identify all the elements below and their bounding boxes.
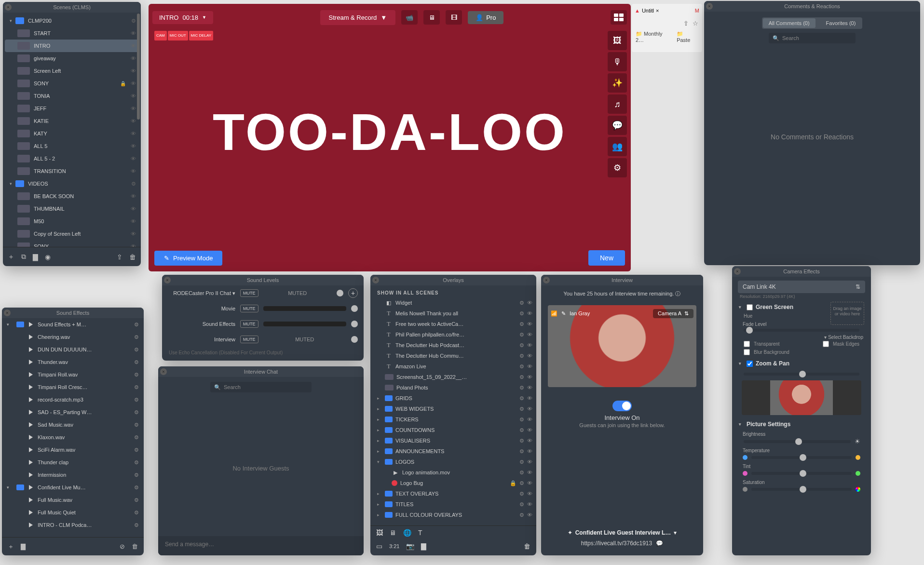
- picture-settings-section[interactable]: ▾ Picture Settings: [732, 417, 871, 430]
- visibility-icon[interactable]: 👁: [131, 118, 136, 124]
- trash-icon[interactable]: 🗑: [129, 253, 136, 261]
- gear-icon[interactable]: ⚙: [131, 181, 136, 187]
- gear-icon[interactable]: ⚙: [134, 510, 139, 516]
- overlay-item[interactable]: TMelis Nowell Thank you all⚙👁: [370, 308, 536, 319]
- visibility-icon[interactable]: 👁: [131, 30, 136, 36]
- camera-icon[interactable]: ◉: [45, 253, 51, 261]
- play-icon[interactable]: [29, 523, 33, 527]
- guest-link-url[interactable]: https://livecall.tv/376dc1913 💬: [541, 540, 703, 547]
- gear-icon[interactable]: ⚙: [134, 384, 139, 390]
- visibility-icon[interactable]: 👁: [131, 168, 136, 174]
- scene-item[interactable]: JEFF👁: [5, 102, 139, 115]
- scene-item[interactable]: M50👁: [5, 215, 139, 228]
- overlay-item[interactable]: ▸VISUALISERS⚙👁: [370, 435, 536, 446]
- visibility-icon[interactable]: 👁: [131, 93, 136, 99]
- globe-icon[interactable]: 🌐: [403, 529, 411, 537]
- sfx-item[interactable]: INTRO - CLM Podca…⚙: [2, 519, 144, 531]
- close-icon[interactable]: ×: [656, 8, 659, 13]
- guests-icon[interactable]: 👥: [608, 137, 627, 156]
- gear-icon[interactable]: ⚙: [519, 353, 524, 359]
- visibility-icon[interactable]: 👁: [131, 206, 136, 212]
- grid-view-icon[interactable]: [611, 10, 627, 25]
- gear-icon[interactable]: ⚙: [519, 395, 524, 402]
- mask-edges-checkbox[interactable]: [823, 341, 829, 347]
- saturation-slider[interactable]: [751, 488, 852, 491]
- overlay-item[interactable]: ▸COUNTDOWNS⚙👁: [370, 425, 536, 435]
- visibility-icon[interactable]: 👁: [527, 448, 532, 455]
- visibility-icon[interactable]: 👁: [527, 300, 532, 306]
- scene-folder[interactable]: ▾CLMP200⚙: [5, 14, 139, 27]
- message-input[interactable]: Send a message…: [158, 536, 364, 555]
- media-icon[interactable]: 🎞: [446, 10, 462, 25]
- overlays-list[interactable]: ◧Widget⚙👁TMelis Nowell Thank you all⚙👁TF…: [370, 297, 536, 520]
- gear-icon[interactable]: ⚙: [519, 448, 524, 455]
- visibility-icon[interactable]: 👁: [527, 491, 532, 497]
- scene-folder[interactable]: ▾VIDEOS⚙: [5, 177, 139, 190]
- gear-icon[interactable]: ⚙: [519, 385, 524, 391]
- visibility-icon[interactable]: 👁: [527, 310, 532, 317]
- gear-icon[interactable]: ⚙: [134, 422, 139, 428]
- scene-item[interactable]: Screen Left👁: [5, 65, 139, 77]
- guest-camera-preview[interactable]: 📶 ✎ Ian Gray Camera A ⇅: [548, 305, 696, 387]
- comments-search[interactable]: 🔍 Search: [769, 33, 856, 43]
- volume-knob[interactable]: [351, 321, 358, 327]
- gear-icon[interactable]: ⚙: [134, 409, 139, 416]
- tint-slider[interactable]: [751, 472, 852, 475]
- close-icon[interactable]: ×: [164, 277, 171, 283]
- play-icon[interactable]: [29, 435, 33, 440]
- trash-icon[interactable]: 🗑: [524, 542, 530, 550]
- overlay-item[interactable]: ▸ANNOUNCEMENTS⚙👁: [370, 446, 536, 457]
- bookmark-folder[interactable]: 📁 Monthly 2…: [636, 31, 672, 43]
- scenes-list[interactable]: ▾CLMP200⚙START👁INTRO👁giveaway👁Screen Lef…: [3, 13, 141, 247]
- display-icon[interactable]: 🖥: [390, 529, 396, 537]
- sfx-list[interactable]: ▾Sound Effects + M…⚙Cheering.wav⚙DUN DUN…: [2, 318, 144, 531]
- sfx-item[interactable]: Klaxon.wav⚙: [2, 431, 144, 444]
- gear-icon[interactable]: ⚙: [134, 434, 139, 441]
- scene-item[interactable]: KATY👁: [5, 127, 139, 140]
- gear-icon[interactable]: ⚙: [134, 497, 139, 503]
- gear-icon[interactable]: ⚙: [519, 470, 524, 476]
- wand-icon[interactable]: ✨: [608, 73, 627, 93]
- scene-item[interactable]: ALL 5 - 2👁: [5, 152, 139, 165]
- play-icon[interactable]: [29, 335, 33, 339]
- mute-button[interactable]: MUTE: [240, 305, 258, 312]
- visibility-icon[interactable]: 👁: [131, 68, 136, 74]
- settings-icon[interactable]: ⚙: [608, 158, 627, 177]
- gear-icon[interactable]: ⚙: [519, 427, 524, 433]
- music-icon[interactable]: ♬: [608, 94, 627, 114]
- camera-icon[interactable]: 📷: [406, 542, 414, 550]
- play-icon[interactable]: [29, 447, 33, 452]
- visibility-icon[interactable]: 👁: [527, 406, 532, 412]
- folder-icon[interactable]: ▇: [33, 253, 38, 261]
- sfx-item[interactable]: Sad Music.wav⚙: [2, 418, 144, 431]
- sfx-item[interactable]: record-scratch.mp3⚙: [2, 393, 144, 406]
- star-icon[interactable]: ☆: [693, 20, 698, 27]
- visibility-icon[interactable]: 👁: [527, 385, 532, 391]
- overlay-item[interactable]: Poland Phots⚙👁: [370, 382, 536, 393]
- play-icon[interactable]: [29, 460, 33, 465]
- overlay-item[interactable]: ▸FULL COLOUR OVERLAYS⚙👁: [370, 510, 536, 520]
- gear-icon[interactable]: ⚙: [519, 417, 524, 423]
- gear-icon[interactable]: ⚙: [519, 374, 524, 380]
- overlay-item[interactable]: Screenshot_15_09_2022__…⚙👁: [370, 372, 536, 382]
- fade-level-slider[interactable]: [744, 329, 859, 332]
- text-icon[interactable]: T: [418, 529, 422, 537]
- camera-select[interactable]: Camera A ⇅: [653, 309, 693, 318]
- visibility-icon[interactable]: 👁: [131, 81, 136, 86]
- brightness-slider[interactable]: [744, 440, 851, 443]
- visibility-icon[interactable]: 👁: [527, 512, 532, 518]
- gear-icon[interactable]: ⚙: [134, 484, 139, 491]
- mute-button[interactable]: MUTE: [240, 320, 258, 328]
- stop-icon[interactable]: ⊘: [120, 543, 125, 550]
- sfx-item[interactable]: SciFi Alarm.wav⚙: [2, 444, 144, 456]
- scene-item[interactable]: giveaway👁: [5, 52, 139, 65]
- overlay-item[interactable]: TFree two week to ActiveCa…⚙👁: [370, 319, 536, 329]
- visibility-icon[interactable]: 👁: [527, 427, 532, 433]
- sfx-item[interactable]: DUN DUN DUUUUN…⚙: [2, 343, 144, 356]
- scene-item[interactable]: START👁: [5, 27, 139, 40]
- visibility-icon[interactable]: 👁: [527, 470, 532, 476]
- sfx-folder[interactable]: ▾Sound Effects + M…⚙: [2, 318, 144, 331]
- scene-item[interactable]: SONY👁: [5, 240, 139, 247]
- visibility-icon[interactable]: 👁: [131, 143, 136, 149]
- zoom-pan-section[interactable]: ▾ Zoom & Pan: [732, 356, 871, 369]
